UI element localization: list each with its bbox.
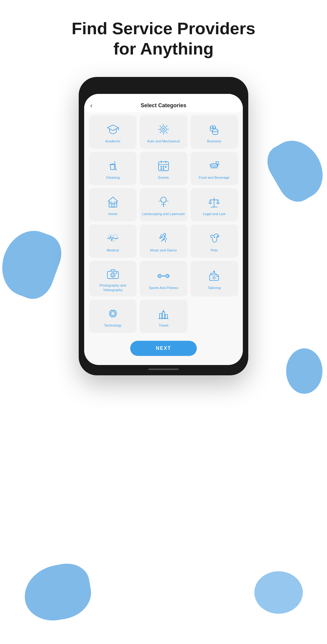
- svg-rect-31: [112, 204, 114, 207]
- gear-wrench-icon: [156, 122, 171, 137]
- svg-rect-32: [110, 202, 112, 204]
- notch: [145, 82, 182, 91]
- pets-label: Pets: [211, 248, 218, 253]
- coins-icon: $: [207, 122, 221, 137]
- screen-title: Select Categories: [140, 102, 186, 109]
- blob-mid-right: [286, 348, 322, 394]
- category-food[interactable]: Food and Beverage: [190, 152, 238, 185]
- svg-line-10: [166, 126, 167, 127]
- phone-bottom-bar: [84, 369, 243, 370]
- academic-label: Academic: [105, 139, 121, 144]
- category-medical[interactable]: Medical: [89, 224, 137, 258]
- blob-bottom-right: [254, 571, 303, 614]
- sports-label: Sports And Fitness: [149, 286, 178, 290]
- category-tech[interactable]: Technology: [89, 300, 137, 333]
- svg-rect-51: [168, 275, 169, 277]
- tech-label: Technology: [104, 323, 122, 328]
- svg-point-25: [163, 168, 164, 170]
- events-label: Events: [158, 175, 169, 180]
- category-tailoring[interactable]: Tailoring: [190, 261, 238, 297]
- food-icon: [207, 158, 221, 173]
- auto-label: Auto and Mechanical: [147, 139, 180, 144]
- tailoring-label: Tailoring: [208, 286, 221, 290]
- svg-rect-49: [158, 275, 159, 277]
- empty-slot: [190, 300, 238, 333]
- graduation-cap-icon: [106, 122, 120, 137]
- svg-point-41: [161, 237, 163, 238]
- travel-icon: [156, 306, 171, 321]
- svg-point-39: [164, 233, 166, 235]
- chip-icon: [106, 306, 120, 321]
- next-button-wrap: NEXT: [84, 336, 243, 359]
- phone-frame: ‹ Select Categories Academic: [79, 77, 248, 375]
- svg-point-34: [161, 197, 166, 202]
- blob-mid-left: [0, 223, 67, 304]
- blob-top-right: [261, 131, 327, 208]
- last-row: Technology Travel: [84, 300, 243, 336]
- photography-label: Photography and Videography: [91, 283, 134, 292]
- svg-point-24: [161, 168, 162, 170]
- svg-point-45: [112, 274, 114, 276]
- sewing-icon: [207, 269, 221, 283]
- svg-point-46: [116, 273, 117, 274]
- category-business[interactable]: $ Business: [190, 115, 238, 149]
- svg-rect-57: [110, 311, 115, 316]
- phone-notch-bar: [84, 82, 243, 91]
- svg-line-8: [160, 126, 161, 127]
- camera-icon: [106, 266, 120, 281]
- category-pets[interactable]: Pets: [190, 224, 238, 258]
- svg-rect-26: [210, 165, 218, 167]
- pet-icon: [207, 231, 221, 246]
- category-music[interactable]: Music and Dance: [140, 224, 187, 258]
- tree-icon: [156, 195, 171, 209]
- svg-marker-0: [107, 125, 118, 130]
- svg-rect-71: [160, 314, 162, 319]
- medical-label: Medical: [107, 248, 119, 253]
- category-landscaping[interactable]: Landscaping and Lawncare: [140, 188, 187, 221]
- home-indicator: [148, 369, 179, 370]
- music-dance-icon: [156, 231, 171, 246]
- category-legal[interactable]: Legal and Law: [190, 188, 238, 221]
- dumbbell-icon: [156, 269, 171, 283]
- phone-screen: ‹ Select Categories Academic: [84, 94, 243, 365]
- category-photography[interactable]: Photography and Videography: [89, 261, 137, 297]
- next-button[interactable]: NEXT: [130, 341, 197, 356]
- category-home[interactable]: Home: [89, 188, 137, 221]
- house-icon: [106, 195, 120, 209]
- page-title: Find Service Providers for Anything: [72, 18, 256, 59]
- calendar-icon: [156, 158, 171, 173]
- svg-rect-72: [162, 312, 164, 318]
- scales-icon: [207, 195, 221, 209]
- svg-point-44: [111, 273, 115, 277]
- heartbeat-icon: [106, 231, 120, 246]
- svg-point-40: [160, 237, 161, 239]
- category-cleaning[interactable]: Cleaning: [89, 152, 137, 185]
- svg-point-55: [213, 271, 215, 272]
- home-label: Home: [108, 212, 117, 216]
- category-travel[interactable]: Travel: [140, 300, 187, 333]
- svg-point-53: [213, 277, 215, 279]
- category-events[interactable]: Events: [140, 152, 187, 185]
- back-button[interactable]: ‹: [90, 102, 92, 110]
- travel-label: Travel: [159, 323, 168, 328]
- food-label: Food and Beverage: [199, 175, 230, 180]
- svg-rect-58: [111, 312, 114, 315]
- svg-point-42: [214, 237, 215, 238]
- blob-bottom-left: [20, 560, 95, 625]
- landscaping-label: Landscaping and Lawncare: [142, 212, 185, 216]
- svg-rect-73: [165, 314, 167, 318]
- svg-text:$: $: [213, 126, 213, 128]
- svg-point-3: [162, 128, 164, 130]
- categories-grid: Academic: [84, 112, 243, 300]
- music-label: Music and Dance: [150, 248, 177, 253]
- app-header: ‹ Select Categories: [84, 97, 243, 112]
- svg-point-2: [161, 127, 166, 132]
- svg-point-21: [161, 166, 162, 168]
- category-sports[interactable]: Sports And Fitness: [140, 261, 187, 297]
- category-academic[interactable]: Academic: [89, 115, 137, 149]
- category-auto[interactable]: Auto and Mechanical: [140, 115, 187, 149]
- status-bar: [84, 94, 243, 97]
- svg-line-9: [166, 132, 167, 133]
- cleaning-icon: [106, 158, 120, 173]
- legal-label: Legal and Law: [203, 212, 226, 216]
